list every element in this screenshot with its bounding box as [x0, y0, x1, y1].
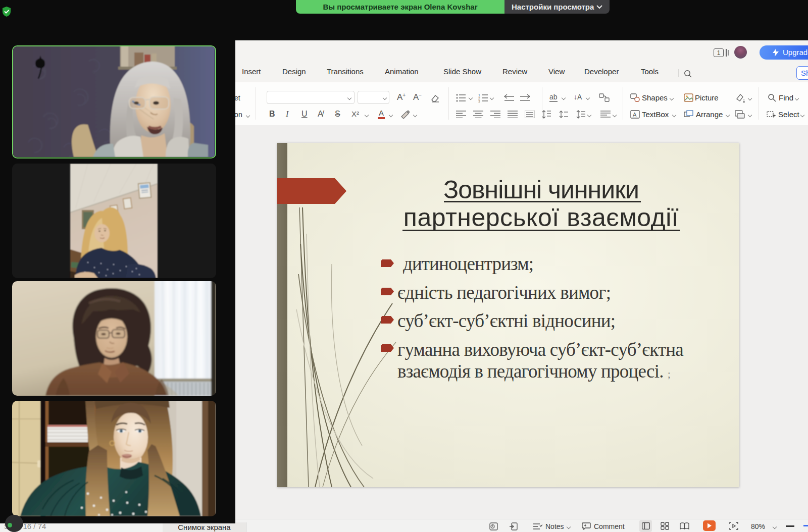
svg-text:3: 3 — [478, 99, 480, 102]
svg-text:A: A — [633, 112, 637, 118]
